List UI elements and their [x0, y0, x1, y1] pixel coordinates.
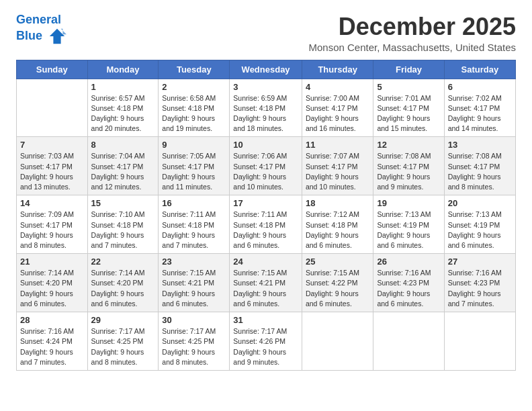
day-number: 2 — [162, 82, 226, 92]
weekday-header-thursday: Thursday — [302, 60, 373, 79]
day-info: Sunrise: 7:08 AMSunset: 4:17 PMDaylight:… — [448, 151, 512, 192]
logo-subtext: Blue — [16, 27, 66, 46]
header: General Blue December 2025 Monson Center… — [16, 13, 516, 53]
day-number: 19 — [377, 198, 440, 208]
calendar-cell: 29Sunrise: 7:17 AMSunset: 4:25 PMDayligh… — [87, 312, 159, 371]
calendar-cell: 7Sunrise: 7:03 AMSunset: 4:17 PMDaylight… — [17, 137, 88, 195]
logo-text: General — [16, 13, 66, 27]
week-row-3: 14Sunrise: 7:09 AMSunset: 4:17 PMDayligh… — [17, 195, 516, 254]
week-row-2: 7Sunrise: 7:03 AMSunset: 4:17 PMDaylight… — [17, 137, 516, 195]
week-row-1: 1Sunrise: 6:57 AMSunset: 4:18 PMDaylight… — [17, 79, 516, 137]
calendar-cell: 4Sunrise: 7:00 AMSunset: 4:17 PMDaylight… — [302, 79, 373, 137]
weekday-header-sunday: Sunday — [17, 60, 88, 79]
calendar-cell: 24Sunrise: 7:15 AMSunset: 4:21 PMDayligh… — [230, 254, 302, 312]
day-info: Sunrise: 7:09 AMSunset: 4:17 PMDaylight:… — [20, 210, 84, 250]
day-number: 10 — [233, 140, 298, 150]
calendar-cell — [17, 79, 88, 137]
day-info: Sunrise: 6:57 AMSunset: 4:18 PMDaylight:… — [91, 93, 155, 134]
weekday-header-tuesday: Tuesday — [159, 60, 230, 79]
calendar-cell: 1Sunrise: 6:57 AMSunset: 4:18 PMDaylight… — [87, 79, 159, 137]
calendar-cell: 5Sunrise: 7:01 AMSunset: 4:17 PMDaylight… — [373, 79, 444, 137]
day-info: Sunrise: 7:11 AMSunset: 4:18 PMDaylight:… — [162, 210, 226, 250]
weekday-header-saturday: Saturday — [444, 60, 515, 79]
day-number: 27 — [448, 257, 512, 267]
weekday-header-monday: Monday — [87, 60, 159, 79]
calendar-body: 1Sunrise: 6:57 AMSunset: 4:18 PMDaylight… — [17, 79, 516, 370]
day-number: 13 — [448, 140, 512, 150]
day-number: 22 — [91, 257, 155, 267]
day-number: 4 — [306, 82, 370, 92]
day-number: 20 — [448, 198, 512, 208]
calendar-cell — [373, 312, 444, 371]
day-number: 17 — [233, 198, 298, 208]
calendar-cell: 19Sunrise: 7:13 AMSunset: 4:19 PMDayligh… — [373, 195, 444, 254]
day-number: 29 — [91, 315, 155, 325]
day-number: 15 — [91, 198, 155, 208]
day-number: 30 — [162, 315, 226, 325]
calendar-cell: 31Sunrise: 7:17 AMSunset: 4:26 PMDayligh… — [230, 312, 302, 371]
day-number: 14 — [20, 198, 84, 208]
logo: General Blue — [16, 13, 66, 46]
day-number: 8 — [91, 140, 155, 150]
day-info: Sunrise: 7:17 AMSunset: 4:25 PMDaylight:… — [162, 326, 226, 367]
day-number: 3 — [233, 82, 298, 92]
day-info: Sunrise: 7:10 AMSunset: 4:18 PMDaylight:… — [91, 210, 155, 250]
day-info: Sunrise: 7:04 AMSunset: 4:17 PMDaylight:… — [91, 151, 155, 192]
day-info: Sunrise: 7:14 AMSunset: 4:20 PMDaylight:… — [20, 268, 84, 309]
day-number: 6 — [448, 82, 512, 92]
day-info: Sunrise: 7:02 AMSunset: 4:17 PMDaylight:… — [448, 93, 512, 134]
calendar-cell: 3Sunrise: 6:59 AMSunset: 4:18 PMDaylight… — [230, 79, 302, 137]
calendar-cell: 10Sunrise: 7:06 AMSunset: 4:17 PMDayligh… — [230, 137, 302, 195]
day-number: 25 — [306, 257, 370, 267]
day-number: 7 — [20, 140, 84, 150]
day-info: Sunrise: 7:13 AMSunset: 4:19 PMDaylight:… — [377, 210, 440, 250]
calendar-cell: 17Sunrise: 7:11 AMSunset: 4:18 PMDayligh… — [230, 195, 302, 254]
day-info: Sunrise: 7:06 AMSunset: 4:17 PMDaylight:… — [233, 151, 298, 192]
day-info: Sunrise: 7:00 AMSunset: 4:17 PMDaylight:… — [306, 93, 370, 134]
day-number: 12 — [377, 140, 440, 150]
calendar-cell: 13Sunrise: 7:08 AMSunset: 4:17 PMDayligh… — [444, 137, 515, 195]
day-info: Sunrise: 7:15 AMSunset: 4:21 PMDaylight:… — [233, 268, 298, 309]
day-number: 31 — [233, 315, 298, 325]
weekday-header-row: SundayMondayTuesdayWednesdayThursdayFrid… — [17, 60, 516, 79]
calendar-cell: 21Sunrise: 7:14 AMSunset: 4:20 PMDayligh… — [17, 254, 88, 312]
day-number: 16 — [162, 198, 226, 208]
calendar-cell: 18Sunrise: 7:12 AMSunset: 4:18 PMDayligh… — [302, 195, 373, 254]
day-info: Sunrise: 7:03 AMSunset: 4:17 PMDaylight:… — [20, 151, 84, 192]
calendar-cell: 23Sunrise: 7:15 AMSunset: 4:21 PMDayligh… — [159, 254, 230, 312]
location: Monson Center, Massachusetts, United Sta… — [309, 42, 517, 53]
week-row-5: 28Sunrise: 7:16 AMSunset: 4:24 PMDayligh… — [17, 312, 516, 371]
day-info: Sunrise: 6:59 AMSunset: 4:18 PMDaylight:… — [233, 93, 298, 134]
calendar-cell: 16Sunrise: 7:11 AMSunset: 4:18 PMDayligh… — [159, 195, 230, 254]
week-row-4: 21Sunrise: 7:14 AMSunset: 4:20 PMDayligh… — [17, 254, 516, 312]
title-block: December 2025 Monson Center, Massachuset… — [309, 13, 517, 53]
svg-marker-0 — [50, 29, 64, 44]
calendar-table: SundayMondayTuesdayWednesdayThursdayFrid… — [16, 60, 516, 371]
day-info: Sunrise: 7:08 AMSunset: 4:17 PMDaylight:… — [377, 151, 440, 192]
weekday-header-friday: Friday — [373, 60, 444, 79]
day-info: Sunrise: 7:01 AMSunset: 4:17 PMDaylight:… — [377, 93, 440, 134]
day-info: Sunrise: 7:12 AMSunset: 4:18 PMDaylight:… — [306, 210, 370, 250]
calendar-cell — [444, 312, 515, 371]
day-info: Sunrise: 7:05 AMSunset: 4:17 PMDaylight:… — [162, 151, 226, 192]
calendar-cell — [302, 312, 373, 371]
calendar-cell: 22Sunrise: 7:14 AMSunset: 4:20 PMDayligh… — [87, 254, 159, 312]
calendar-cell: 28Sunrise: 7:16 AMSunset: 4:24 PMDayligh… — [17, 312, 88, 371]
day-info: Sunrise: 7:11 AMSunset: 4:18 PMDaylight:… — [233, 210, 298, 250]
day-info: Sunrise: 7:17 AMSunset: 4:25 PMDaylight:… — [91, 326, 155, 367]
day-number: 5 — [377, 82, 440, 92]
day-info: Sunrise: 7:07 AMSunset: 4:17 PMDaylight:… — [306, 151, 370, 192]
day-number: 1 — [91, 82, 155, 92]
weekday-header-wednesday: Wednesday — [230, 60, 302, 79]
day-number: 18 — [306, 198, 370, 208]
month-title: December 2025 — [309, 13, 517, 40]
day-info: Sunrise: 7:15 AMSunset: 4:22 PMDaylight:… — [306, 268, 370, 309]
calendar-cell: 25Sunrise: 7:15 AMSunset: 4:22 PMDayligh… — [302, 254, 373, 312]
calendar-cell: 14Sunrise: 7:09 AMSunset: 4:17 PMDayligh… — [17, 195, 88, 254]
calendar-cell: 9Sunrise: 7:05 AMSunset: 4:17 PMDaylight… — [159, 137, 230, 195]
day-info: Sunrise: 7:16 AMSunset: 4:23 PMDaylight:… — [448, 268, 512, 309]
day-number: 11 — [306, 140, 370, 150]
day-info: Sunrise: 7:16 AMSunset: 4:23 PMDaylight:… — [377, 268, 440, 309]
calendar-cell: 12Sunrise: 7:08 AMSunset: 4:17 PMDayligh… — [373, 137, 444, 195]
calendar-cell: 20Sunrise: 7:13 AMSunset: 4:19 PMDayligh… — [444, 195, 515, 254]
